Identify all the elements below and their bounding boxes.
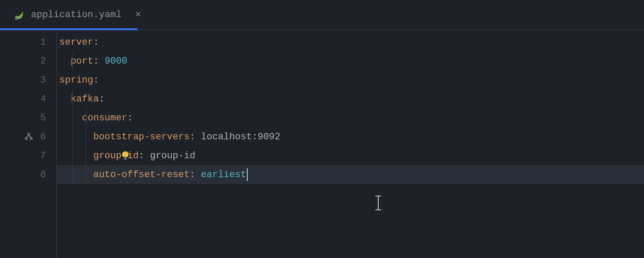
- yaml-key: kafka: [70, 94, 99, 104]
- indent-guide: [86, 146, 86, 165]
- indent: [59, 132, 93, 142]
- line-number: 7: [40, 150, 46, 161]
- gutter-row: 4: [0, 89, 56, 108]
- indent-guide: [86, 108, 86, 127]
- gutter-row: 5: [0, 108, 56, 127]
- code-area[interactable]: server: port: 9000spring: kafka: consume…: [57, 30, 644, 258]
- yaml-colon: :: [127, 113, 133, 123]
- cluster-icon[interactable]: [24, 132, 33, 141]
- tab-bar: application.yaml ×: [0, 0, 644, 30]
- gutter-row: 3: [0, 71, 56, 89]
- gutter-row: 6: [0, 127, 56, 146]
- indent-guide: [72, 108, 73, 127]
- yaml-value: 9000: [105, 56, 128, 67]
- bulb-icon[interactable]: [121, 150, 130, 161]
- yaml-key: server: [59, 37, 93, 48]
- indent-guide: [72, 52, 73, 71]
- yaml-colon: :: [99, 94, 104, 104]
- svg-point-4: [30, 138, 33, 140]
- yaml-key: auto-offset-reset: [93, 169, 189, 180]
- line-number: 3: [40, 75, 46, 86]
- indent: [59, 169, 93, 180]
- yaml-key: bootstrap-servers: [93, 132, 189, 142]
- spring-icon: [13, 9, 25, 21]
- indent-guide: [72, 127, 73, 146]
- gutter-row: 7: [0, 146, 56, 165]
- yaml-colon: :: [190, 169, 195, 180]
- svg-rect-8: [124, 159, 126, 160]
- line-number: 4: [40, 94, 46, 104]
- svg-point-3: [25, 138, 27, 140]
- indent: [59, 56, 70, 67]
- code-line[interactable]: consumer:: [57, 108, 644, 127]
- yaml-key: consumer: [82, 113, 128, 123]
- yaml-colon: :: [139, 150, 144, 161]
- line-number: 6: [40, 132, 46, 142]
- line-number: 1: [40, 37, 46, 48]
- yaml-key: spring: [59, 75, 93, 86]
- indent-guide: [86, 127, 86, 146]
- indent-guide: [86, 165, 86, 184]
- yaml-key: port: [70, 56, 93, 67]
- yaml-colon: :: [93, 75, 99, 86]
- line-number: 2: [40, 56, 46, 67]
- gutter-row: 1: [0, 33, 56, 52]
- indent: [59, 150, 93, 161]
- code-line[interactable]: port: 9000: [57, 52, 644, 71]
- indent-guide: [72, 165, 73, 184]
- file-tab[interactable]: application.yaml ×: [0, 0, 151, 30]
- yaml-colon: :: [93, 56, 99, 67]
- yaml-colon: :: [93, 37, 99, 48]
- svg-rect-7: [124, 158, 127, 159]
- code-editor[interactable]: 12345678 server: port: 9000spring: kafka…: [0, 30, 644, 258]
- close-icon[interactable]: ×: [135, 10, 141, 20]
- indent-guide: [72, 146, 73, 165]
- code-line[interactable]: kafka:: [57, 89, 644, 108]
- code-line[interactable]: group-id: group-id: [57, 146, 644, 165]
- code-line[interactable]: server:: [57, 33, 644, 52]
- gutter-row: 2: [0, 52, 56, 71]
- gutter-row: 8: [0, 165, 56, 184]
- yaml-colon: :: [190, 132, 195, 142]
- indent: [59, 94, 70, 104]
- gutter: 12345678: [0, 30, 57, 258]
- file-tab-name: application.yaml: [31, 9, 122, 20]
- code-line[interactable]: spring:: [57, 71, 644, 89]
- svg-line-6: [29, 135, 31, 138]
- code-line[interactable]: bootstrap-servers: localhost:9092: [57, 127, 644, 146]
- caret: [247, 168, 248, 181]
- line-number: 8: [40, 169, 46, 180]
- indent: [59, 113, 82, 123]
- yaml-value: group-id: [150, 150, 195, 161]
- code-line[interactable]: auto-offset-reset: earliest: [57, 165, 644, 184]
- svg-point-2: [28, 133, 30, 135]
- indent-guide: [72, 89, 73, 108]
- yaml-value: localhost:9092: [201, 132, 280, 142]
- yaml-value: earliest: [201, 169, 246, 180]
- yaml-key: group-id: [93, 150, 139, 161]
- text-cursor-icon: [374, 195, 382, 213]
- line-number: 5: [40, 113, 46, 123]
- svg-line-5: [27, 135, 29, 138]
